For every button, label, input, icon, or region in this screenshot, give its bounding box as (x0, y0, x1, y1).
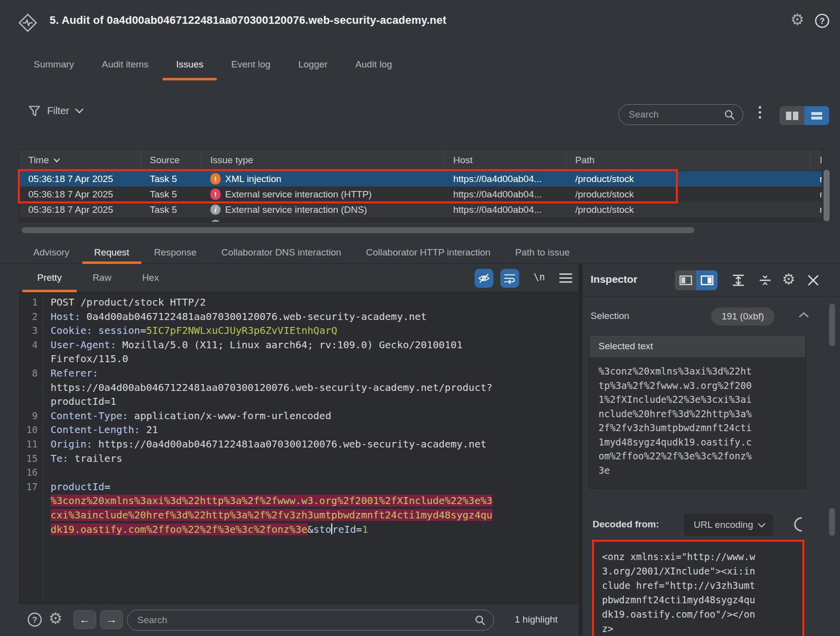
panel-right-icon (701, 275, 714, 285)
chevron-down-icon (757, 522, 766, 528)
severity-info-icon (210, 220, 221, 222)
line-number: 2 (19, 310, 38, 324)
issue-type-cell: iExternal service interaction (DNS) (201, 202, 444, 217)
issue-row-xml-injection[interactable]: 05:36:18 7 Apr 2025Task 5!XML injectionh… (19, 171, 822, 187)
issues-search-placeholder: Search (629, 109, 659, 120)
highlight-count-label: 1 highlight (515, 614, 558, 625)
titlebar: 5. Audit of 0a4d00ab0467122481aa07030012… (0, 0, 840, 48)
detail-tab-response[interactable]: Response (142, 241, 209, 263)
dock-right-button[interactable] (696, 270, 718, 290)
extra-cell: r (811, 171, 822, 187)
issues-search-input[interactable]: Search (618, 104, 743, 125)
settings-gear-icon[interactable]: ⚙ (790, 12, 804, 28)
selection-section-label: Selection (591, 311, 629, 321)
word-wrap-button[interactable] (500, 269, 519, 288)
decoding-method-dropdown[interactable]: URL encoding (684, 514, 773, 536)
inspector-close-icon[interactable] (807, 274, 820, 287)
inspector-settings-gear-icon[interactable]: ⚙ (782, 271, 795, 287)
editor-search-placeholder: Search (137, 615, 167, 626)
request-line: 9Content-Type: application/x-www-form-ur… (19, 409, 579, 423)
source-cell: Task 5 (141, 171, 201, 187)
line-number: 1 (19, 295, 38, 310)
main-tab-audit-log[interactable]: Audit log (342, 49, 406, 80)
previous-match-button[interactable]: ← (73, 610, 96, 629)
issue-detail-tab-bar: AdvisoryRequestResponseCollaborator DNS … (0, 241, 840, 264)
time-cell: 05:36:18 7 Apr 2025 (19, 187, 141, 202)
expand-all-icon[interactable] (731, 274, 745, 287)
issue-row-external-service-interaction-http-[interactable]: 05:36:18 7 Apr 2025Task 5!External servi… (19, 187, 822, 202)
reencode-icon-partial[interactable] (791, 516, 806, 533)
main-tab-audit-items[interactable]: Audit items (88, 49, 162, 80)
hide-nonprintable-button[interactable] (475, 269, 493, 288)
issue-type-cell: !External service interaction (HTTP) (201, 187, 444, 202)
main-tab-issues[interactable]: Issues (163, 49, 217, 80)
issues-table: TimeSourceIssue typeHostPathI05:36:18 7 … (19, 149, 822, 222)
view-tab-hex[interactable]: Hex (127, 264, 174, 292)
audit-task-icon (17, 12, 39, 34)
detail-tab-collaborator-http-interaction[interactable]: Collaborator HTTP interaction (354, 241, 502, 263)
inspector-scrollbar[interactable] (829, 264, 835, 636)
next-match-button[interactable]: → (100, 610, 123, 629)
filter-button[interactable]: Filter (28, 104, 84, 118)
issue-row-partial[interactable] (19, 217, 822, 222)
inspector-title: Inspector (591, 273, 638, 285)
severity-medium-icon: ! (210, 173, 221, 185)
decoded-output-box: <onz xmlns:xi="http://www.w 3.org/2001/X… (592, 540, 804, 636)
severity-info-icon: i (210, 204, 221, 215)
request-line: dk19.oastify.com%2ffoo%22%2f%3e%3c%2fonz… (19, 522, 579, 537)
collapse-all-icon[interactable] (758, 274, 772, 287)
help-icon[interactable]: ? (814, 13, 830, 29)
detail-tab-path-to-issue[interactable]: Path to issue (503, 241, 582, 263)
main-tab-logger[interactable]: Logger (285, 49, 341, 80)
host-cell: https://0a4d00ab04... (444, 202, 566, 217)
rows-view-button[interactable] (804, 106, 829, 125)
view-tab-pretty[interactable]: Pretty (22, 264, 77, 292)
column-header-host[interactable]: Host (444, 149, 566, 171)
column-header-path[interactable]: Path (566, 149, 811, 171)
request-line: %3conz%20xmlns%3axi%3d%22http%3a%2f%2fww… (19, 494, 579, 508)
selected-text-box: Selected text %3conz%20xmlns%3axi%3d%22h… (589, 335, 806, 489)
main-tab-summary[interactable]: Summary (20, 49, 87, 80)
show-newlines-toggle[interactable]: \n (534, 271, 545, 282)
line-number: 17 (19, 480, 38, 494)
decoding-method-value: URL encoding (694, 519, 753, 530)
request-text-area[interactable]: 1POST /product/stock HTTP/22Host: 0a4d00… (19, 292, 579, 603)
decoded-from-label: Decoded from: (593, 519, 659, 530)
editor-search-input[interactable]: Search (127, 610, 494, 631)
column-header-i[interactable]: I (811, 149, 822, 171)
collapse-section-chevron-icon[interactable] (798, 312, 810, 318)
issues-table-vertical-scrollbar[interactable] (824, 149, 830, 222)
detail-tab-advisory[interactable]: Advisory (21, 241, 81, 263)
selected-text-header: Selected text (590, 335, 805, 357)
detail-tab-request[interactable]: Request (82, 241, 141, 263)
editor-settings-gear-icon[interactable]: ⚙ (49, 611, 62, 627)
panel-divider[interactable] (579, 264, 583, 636)
detail-tab-collaborator-dns-interaction[interactable]: Collaborator DNS interaction (209, 241, 353, 263)
request-line: 8Referer: (19, 366, 579, 381)
main-tab-event-log[interactable]: Event log (218, 49, 284, 80)
issue-row-external-service-interaction-dns-[interactable]: 05:36:18 7 Apr 2025Task 5iExternal servi… (19, 202, 822, 217)
request-line: 4User-Agent: Mozilla/5.0 (X11; Linux aar… (19, 338, 579, 352)
view-tab-raw[interactable]: Raw (78, 264, 126, 292)
request-editor: PrettyRawHex \n 1POST /product/stock HTT… (19, 264, 579, 636)
request-line: https://0a4d00ab0467122481aa070300120076… (19, 381, 579, 395)
column-header-source[interactable]: Source (141, 149, 201, 171)
issues-table-header: TimeSourceIssue typeHostPathI (19, 149, 822, 171)
dock-left-button[interactable] (675, 270, 696, 290)
column-header-time[interactable]: Time (19, 149, 141, 171)
request-line: 10Content-Length: 21 (19, 423, 579, 437)
host-cell: https://0a4d00ab04... (444, 171, 566, 187)
issues-table-horizontal-scrollbar[interactable] (19, 226, 822, 234)
line-number: 16 (19, 465, 38, 480)
line-number: 9 (19, 409, 38, 423)
path-cell: /product/stock (566, 171, 811, 187)
columns-view-button[interactable] (780, 106, 804, 125)
editor-menu-icon[interactable] (559, 273, 572, 283)
word-wrap-icon (503, 272, 516, 285)
request-line: productId=1 (19, 394, 579, 409)
column-header-issue-type[interactable]: Issue type (201, 149, 444, 171)
more-options-kebab-icon[interactable] (758, 106, 762, 119)
request-line: 16 (19, 465, 579, 480)
search-icon (475, 615, 485, 626)
editor-help-icon[interactable]: ? (27, 612, 43, 628)
